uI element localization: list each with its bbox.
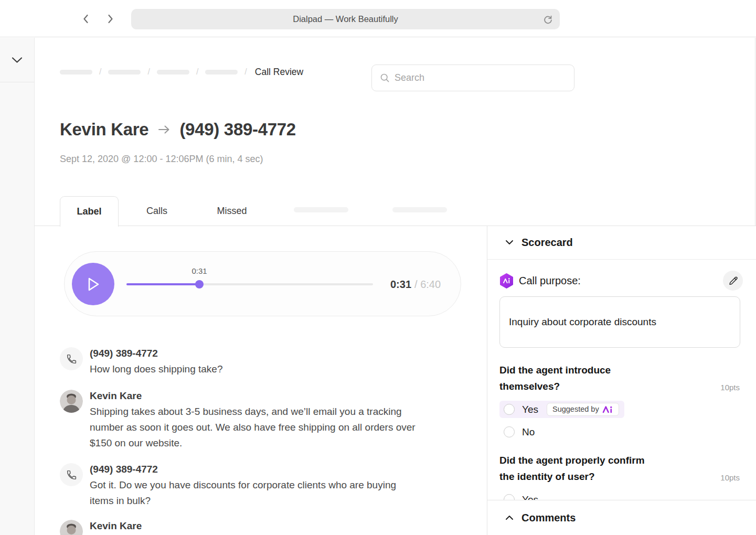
message-body: Kevin Kare Shipping takes about 3-5 busi… bbox=[90, 390, 453, 451]
scorecard-panel: Scorecard Call purpose: Inquiry about co… bbox=[487, 226, 756, 535]
ai-suggestion-badge: Suggested by bbox=[547, 403, 619, 416]
tab-calls-text: Calls bbox=[146, 206, 167, 217]
breadcrumb-separator: / bbox=[99, 67, 101, 77]
question-text: Did the agent properly confirm the ident… bbox=[499, 452, 678, 485]
scorecard-header[interactable]: Scorecard bbox=[487, 226, 756, 260]
transcript-message: (949) 389-4772 How long does shipping ta… bbox=[60, 347, 453, 377]
message-text: Got it. Do we you have discounts for cor… bbox=[90, 477, 453, 509]
question-points: 10pts bbox=[720, 383, 740, 392]
arrow-right-icon bbox=[157, 124, 171, 135]
sidebar bbox=[0, 38, 35, 535]
phone-avatar bbox=[60, 347, 83, 370]
chevron-down-icon bbox=[12, 57, 23, 63]
play-button[interactable] bbox=[72, 263, 114, 305]
message-text: How long does shipping take? bbox=[90, 361, 453, 377]
tab-label-text: Label bbox=[77, 206, 101, 217]
transcript-message: (949) 389-4772 Got it. Do we you have di… bbox=[60, 463, 453, 509]
option-label: No bbox=[522, 426, 535, 438]
question-points: 10pts bbox=[720, 473, 740, 482]
breadcrumb-placeholder[interactable] bbox=[157, 70, 189, 74]
phone-icon bbox=[66, 354, 77, 365]
option-no[interactable]: No bbox=[499, 423, 540, 441]
breadcrumb: / / / / Call Review bbox=[60, 67, 303, 77]
call-datetime: Sept 12, 2020 @ 12:00 - 12:06PM (6 min, … bbox=[60, 154, 263, 165]
reload-icon[interactable] bbox=[542, 14, 553, 25]
radio-button[interactable] bbox=[504, 426, 515, 437]
tab-placeholder[interactable] bbox=[294, 207, 348, 212]
browser-chrome: Dialpad — Work Beautifully bbox=[0, 0, 756, 37]
caller-name: Kevin Kare bbox=[60, 120, 148, 140]
back-icon[interactable] bbox=[80, 13, 92, 25]
seek-bar-fill bbox=[126, 283, 199, 285]
audio-player: 0:31 0:31 / 6:40 bbox=[64, 251, 461, 316]
call-purpose-value: Inquiry about corporate discounts bbox=[509, 316, 656, 328]
tab-divider bbox=[35, 226, 756, 226]
tab-missed-text: Missed bbox=[217, 206, 247, 217]
search-icon bbox=[380, 73, 390, 83]
browser-title: Dialpad — Work Beautifully bbox=[293, 14, 398, 24]
message-body: (949) 389-4772 Got it. Do we you have di… bbox=[90, 463, 453, 509]
tab-calls[interactable]: Calls bbox=[141, 196, 173, 226]
search-input[interactable] bbox=[395, 72, 562, 83]
breadcrumb-current: Call Review bbox=[255, 67, 303, 78]
avatar-photo bbox=[60, 520, 83, 535]
callee-number: (949) 389-4772 bbox=[179, 120, 295, 140]
question-text: Did the agent introduce themselves? bbox=[499, 362, 678, 394]
user-avatar bbox=[60, 520, 83, 535]
breadcrumb-placeholder[interactable] bbox=[60, 70, 92, 74]
breadcrumb-separator: / bbox=[196, 67, 198, 77]
app-window: Dialpad — Work Beautifully / / / / Call … bbox=[0, 0, 756, 535]
user-avatar bbox=[60, 390, 83, 413]
speaker-name: Kevin Kare bbox=[90, 390, 453, 402]
avatar-photo bbox=[60, 390, 83, 413]
chevron-up-icon bbox=[505, 515, 514, 520]
message-text: Shipping takes about 3-5 business days, … bbox=[90, 404, 453, 451]
breadcrumb-separator: / bbox=[244, 67, 247, 77]
speaker-name: Kevin Kare bbox=[90, 520, 453, 532]
ai-logo-icon bbox=[602, 405, 613, 413]
time-display: 0:31 / 6:40 bbox=[390, 252, 441, 317]
breadcrumb-separator: / bbox=[147, 67, 150, 77]
option-yes-suggested[interactable]: Yes Suggested by bbox=[499, 401, 624, 418]
tab-missed[interactable]: Missed bbox=[211, 196, 253, 226]
sidebar-collapse-button[interactable] bbox=[0, 38, 34, 82]
ai-hexagon-icon bbox=[499, 273, 514, 288]
speaker-name: (949) 389-4772 bbox=[90, 347, 453, 359]
call-purpose-row: Call purpose: bbox=[499, 273, 581, 288]
breadcrumb-placeholder[interactable] bbox=[108, 70, 141, 74]
phone-icon bbox=[66, 469, 77, 480]
speaker-name: (949) 389-4772 bbox=[90, 463, 453, 475]
tab-placeholder[interactable] bbox=[392, 207, 447, 212]
seek-handle[interactable] bbox=[195, 280, 204, 288]
transcript-message: Kevin Kare Shipping takes about 3-5 busi… bbox=[60, 390, 453, 451]
message-body: Kevin Kare bbox=[90, 520, 453, 535]
option-label: Yes bbox=[522, 404, 538, 415]
message-body: (949) 389-4772 How long does shipping ta… bbox=[90, 347, 453, 377]
call-purpose-label: Call purpose: bbox=[519, 275, 581, 287]
pencil-icon bbox=[728, 276, 738, 286]
call-purpose-field[interactable]: Inquiry about corporate discounts bbox=[499, 296, 740, 348]
edit-button[interactable] bbox=[723, 271, 743, 291]
phone-avatar bbox=[60, 463, 83, 486]
radio-button[interactable] bbox=[504, 404, 515, 415]
forward-icon[interactable] bbox=[104, 13, 116, 25]
tab-label[interactable]: Label bbox=[60, 196, 119, 227]
play-icon bbox=[86, 276, 101, 293]
scorecard-title: Scorecard bbox=[521, 237, 573, 249]
comments-title: Comments bbox=[521, 512, 576, 524]
transcript-message: Kevin Kare bbox=[60, 520, 453, 535]
call-title: Kevin Kare (949) 389-4772 bbox=[60, 120, 296, 140]
playhead-time: 0:31 bbox=[186, 266, 212, 275]
search-box[interactable] bbox=[371, 65, 574, 91]
badge-text: Suggested by bbox=[552, 405, 599, 413]
elapsed-time: 0:31 bbox=[390, 279, 411, 291]
chevron-down-icon bbox=[505, 240, 514, 245]
comments-header[interactable]: Comments bbox=[487, 500, 756, 535]
seek-bar[interactable] bbox=[126, 283, 373, 285]
total-time: / 6:40 bbox=[414, 279, 441, 291]
breadcrumb-placeholder[interactable] bbox=[205, 70, 238, 74]
address-bar[interactable]: Dialpad — Work Beautifully bbox=[131, 9, 560, 29]
